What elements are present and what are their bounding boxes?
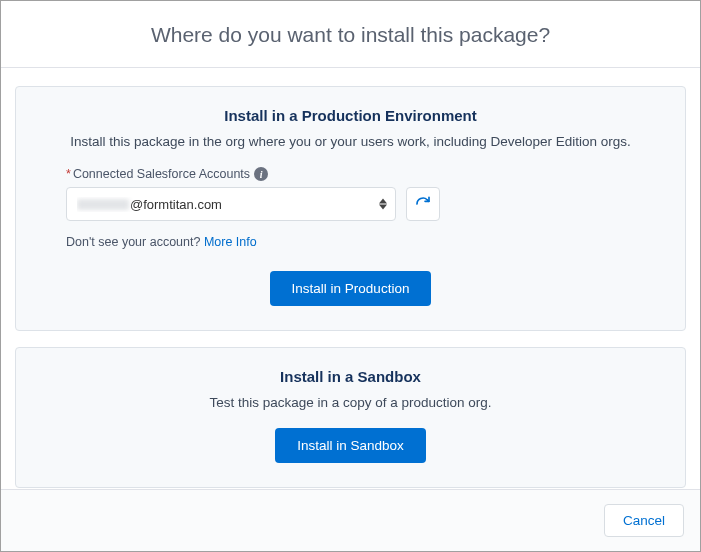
refresh-button[interactable] [406, 187, 440, 221]
account-label-text: Connected Salesforce Accounts [73, 167, 250, 181]
install-in-sandbox-button[interactable]: Install in Sandbox [275, 428, 426, 463]
redacted-username [77, 199, 129, 210]
account-select[interactable]: @formtitan.com [66, 187, 396, 221]
account-hint: Don't see your account? More Info [66, 235, 635, 249]
sandbox-title: Install in a Sandbox [66, 368, 635, 385]
account-field: *Connected Salesforce Accounts i @formti… [66, 167, 635, 221]
required-mark: * [66, 167, 71, 181]
production-description: Install this package in the org where yo… [66, 134, 635, 149]
install-in-production-button[interactable]: Install in Production [270, 271, 432, 306]
sandbox-description: Test this package in a copy of a product… [66, 395, 635, 410]
production-panel: Install in a Production Environment Inst… [15, 86, 686, 331]
modal-footer: Cancel [1, 489, 700, 551]
refresh-icon [415, 196, 431, 212]
modal-header: Where do you want to install this packag… [1, 1, 700, 68]
modal-body: Install in a Production Environment Inst… [1, 68, 700, 489]
more-info-link[interactable]: More Info [204, 235, 257, 249]
modal-title: Where do you want to install this packag… [21, 23, 680, 47]
cancel-button[interactable]: Cancel [604, 504, 684, 537]
sandbox-panel: Install in a Sandbox Test this package i… [15, 347, 686, 488]
account-select-value: @formtitan.com [77, 197, 222, 212]
account-field-label: *Connected Salesforce Accounts i [66, 167, 635, 181]
production-title: Install in a Production Environment [66, 107, 635, 124]
select-stepper-icon [379, 199, 387, 210]
info-icon[interactable]: i [254, 167, 268, 181]
